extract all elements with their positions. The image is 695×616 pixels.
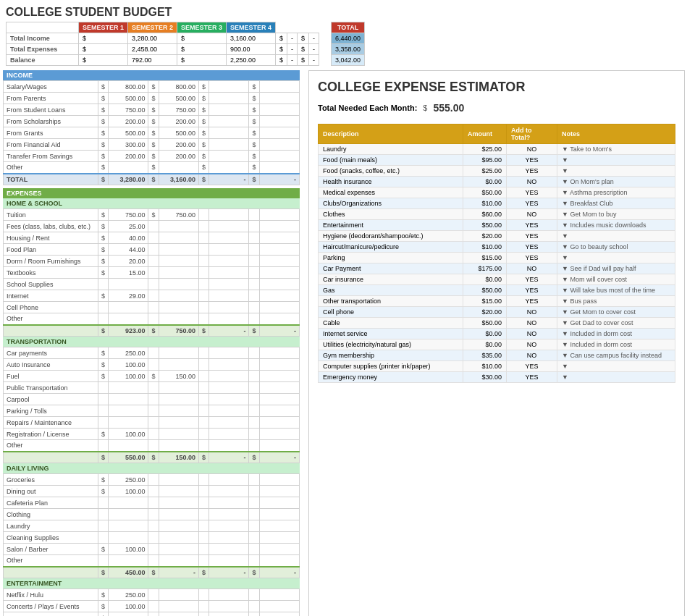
est-desc: Internet service (319, 329, 463, 339)
est-add: NO (507, 263, 557, 274)
est-notes: ▼ Take to Mom's (557, 144, 675, 155)
estimator-row: Health insurance $0.00 NO ▼ On Mom's pla… (319, 177, 675, 187)
estimator-row: Emergency money $30.00 YES ▼ (319, 372, 675, 383)
est-add: NO (507, 209, 557, 220)
income-row: Other $ $ $ $ (4, 162, 300, 174)
est-notes: ▼ Go to beauty school (557, 242, 675, 253)
est-amount: $20.00 (463, 307, 507, 318)
est-amount: $0.00 (463, 177, 507, 187)
subsection-header: TRANSPORTATION (3, 337, 300, 347)
expense-row: Groceries $250.00 (4, 474, 300, 486)
est-desc: Cable (319, 318, 463, 329)
expense-row: Registration / License $100.00 (4, 429, 300, 440)
est-amount: $175.00 (463, 263, 507, 274)
estimator-title: COLLEGE EXPENSE ESTIMATOR (318, 80, 675, 95)
est-desc: Laundry (319, 144, 463, 155)
expense-row: Cell Phone (4, 302, 300, 313)
est-notes: ▼ Mom will cover cost (557, 274, 675, 285)
income-row: Transfer From Savings $200.00 $200.00 $ … (4, 151, 300, 162)
est-desc: Food (snacks, coffee, etc.) (319, 166, 463, 177)
est-amount: $0.00 (463, 339, 507, 350)
est-amount: $25.00 (463, 166, 507, 177)
est-notes: ▼ On Mom's plan (557, 177, 675, 187)
est-amount: $50.00 (463, 318, 507, 329)
est-add: YES (507, 198, 557, 209)
est-desc: Clubs/Organizations (319, 198, 463, 209)
est-amount: $50.00 (463, 220, 507, 231)
est-add: NO (507, 177, 557, 187)
est-notes: ▼ (557, 372, 675, 383)
estimator-row: Food (snacks, coffee, etc.) $25.00 YES ▼ (319, 166, 675, 177)
est-add: NO (507, 318, 557, 329)
est-desc: Hygiene (deodorant/shampoo/etc.) (319, 231, 463, 242)
estimator-col-add: Add to Total? (507, 125, 557, 144)
estimator-row: Food (main meals) $95.00 YES ▼ (319, 155, 675, 166)
estimator-header-row: Description Amount Add to Total? Notes (319, 125, 675, 144)
income-row: From Scholarships $200.00 $200.00 $ $ (4, 116, 300, 127)
est-amount: $50.00 (463, 285, 507, 296)
income-row: From Grants $500.00 $500.00 $ $ (4, 127, 300, 139)
expense-row: Public Transportation (4, 382, 300, 394)
est-amount: $25.00 (463, 144, 507, 155)
income-row: From Financial Aid $300.00 $200.00 $ $ (4, 139, 300, 151)
est-add: NO (507, 144, 557, 155)
income-section-header: INCOME (3, 70, 300, 80)
est-notes: ▼ See if Dad will pay half (557, 263, 675, 274)
income-row: From Parents $500.00 $500.00 $ $ (4, 93, 300, 104)
est-notes: ▼ (557, 253, 675, 263)
summary-income-row: Total Income $3,280.00 $3,160.00 $- $- (7, 33, 319, 44)
est-amount: $15.00 (463, 296, 507, 307)
total-expenses-val: 3,358.00 (332, 44, 365, 55)
expense-row: Textbooks $15.00 (4, 267, 300, 279)
expense-row: Concerts / Plays / Events $100.00 (4, 601, 300, 612)
total-header: TOTAL (332, 22, 365, 33)
left-spreadsheet: INCOME Salary/Wages $800.00 $800.00 $ $ … (3, 70, 300, 616)
estimator-row: Entertainment $50.00 YES ▼ Includes musi… (319, 220, 675, 231)
estimator-row: Utilities (electricity/natural gas) $0.0… (319, 339, 675, 350)
est-amount: $35.00 (463, 350, 507, 361)
expense-row: Tuition $750.00 $750.00 (4, 209, 300, 221)
estimator-col-amount: Amount (463, 125, 507, 144)
expense-row: Fees (class, labs, clubs, etc.) $25.00 (4, 221, 300, 232)
est-notes: ▼ Included in dorm cost (557, 339, 675, 350)
est-notes: ▼ (557, 361, 675, 372)
estimator-row: Laundry $25.00 NO ▼ Take to Mom's (319, 144, 675, 155)
est-desc: Cell phone (319, 307, 463, 318)
est-amount: $15.00 (463, 253, 507, 263)
estimator-col-desc: Description (319, 125, 463, 144)
est-add: NO (507, 329, 557, 339)
est-amount: $60.00 (463, 209, 507, 220)
est-desc: Car Payment (319, 263, 463, 274)
est-add: YES (507, 220, 557, 231)
expense-row: Carpool (4, 394, 300, 405)
est-notes: ▼ Can use campus facility instead (557, 350, 675, 361)
expense-row: Repairs / Maintenance (4, 417, 300, 429)
total-income-val: 6,440.00 (332, 33, 365, 44)
expense-row: Housing / Rent $40.00 (4, 232, 300, 244)
expense-row: Clothing (4, 509, 300, 520)
estimator-row: Parking $15.00 YES ▼ (319, 253, 675, 263)
expense-row: Internet $29.00 (4, 290, 300, 302)
expense-row: Auto Insurance $100.00 (4, 359, 300, 371)
expense-row: Cleaning Supplies (4, 532, 300, 544)
est-add: YES (507, 231, 557, 242)
expenses-section-header: EXPENSES (3, 188, 300, 198)
est-amount: $10.00 (463, 361, 507, 372)
est-add: YES (507, 166, 557, 177)
subsection-total-row: $923.00 $750.00 $- $- (4, 325, 300, 337)
est-notes: ▼ (557, 231, 675, 242)
est-add: YES (507, 155, 557, 166)
estimator-row: Gas $50.00 YES ▼ Will take bus most of t… (319, 285, 675, 296)
est-add: YES (507, 242, 557, 253)
estimator-col-notes: Notes (557, 125, 675, 144)
est-notes: ▼ Asthma prescription (557, 187, 675, 198)
est-amount: $0.00 (463, 329, 507, 339)
est-add: NO (507, 339, 557, 350)
est-notes: ▼ Bus pass (557, 296, 675, 307)
expense-row: Dining out $100.00 (4, 486, 300, 497)
est-amount: $0.00 (463, 274, 507, 285)
estimator-table: Description Amount Add to Total? Notes L… (318, 124, 675, 383)
est-amount: $30.00 (463, 372, 507, 383)
est-add: YES (507, 372, 557, 383)
est-amount: $20.00 (463, 231, 507, 242)
